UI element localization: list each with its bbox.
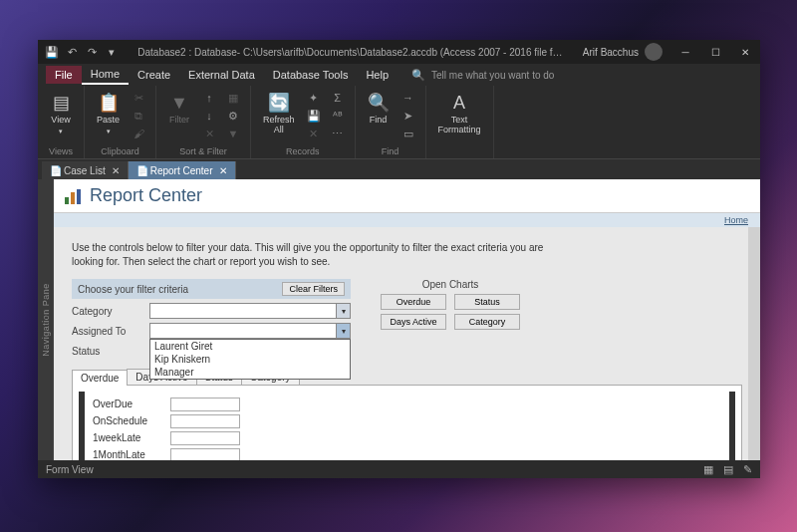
form-view-icon[interactable]: ▦ xyxy=(703,463,713,476)
subform: OverDue OnSchedule 1weekLate 1MonthLate xyxy=(72,386,742,460)
clear-filters-button[interactable]: Clear Filters xyxy=(282,282,345,296)
tab-report-center[interactable]: 📄 Report Center ✕ xyxy=(129,161,236,179)
spelling-icon[interactable]: ᴬᴮ xyxy=(329,108,347,124)
sort-desc-icon[interactable]: ↓ xyxy=(200,108,218,124)
chevron-down-icon[interactable]: ▾ xyxy=(336,324,350,338)
save-record-icon[interactable]: 💾 xyxy=(305,108,323,124)
document-tabs: 📄 Case List ✕ 📄 Report Center ✕ xyxy=(38,159,760,179)
goto-icon[interactable]: ➤ xyxy=(399,108,417,124)
ribbon-group-records: 🔄 Refresh All ✦ 💾 ✕ Σ ᴬᴮ ⋯ Records xyxy=(251,86,356,158)
dropdown-item[interactable]: Kip Kniskern xyxy=(150,353,350,366)
replace-icon[interactable]: → xyxy=(399,90,417,106)
user-avatar[interactable] xyxy=(645,43,663,61)
copy-icon: ⧉ xyxy=(130,108,147,124)
vertical-scrollbar[interactable] xyxy=(748,227,760,460)
text-formatting-button[interactable]: A Text Formatting xyxy=(434,90,485,137)
chevron-down-icon: ▾ xyxy=(59,128,63,135)
format-painter-icon: 🖌 xyxy=(130,126,147,141)
data-label: OnSchedule xyxy=(93,415,162,426)
assigned-to-label: Assigned To xyxy=(72,326,143,337)
undo-icon[interactable]: ↶ xyxy=(66,46,78,58)
category-chart-button[interactable]: Category xyxy=(454,314,520,330)
close-button[interactable]: ✕ xyxy=(730,40,760,64)
menu-home[interactable]: Home xyxy=(82,65,129,85)
paste-button[interactable]: 📋 Paste ▾ xyxy=(93,90,124,137)
category-combobox[interactable]: ▾ xyxy=(149,303,351,319)
window-title: Database2 : Database- C:\Users\arifb\Doc… xyxy=(118,47,583,58)
home-link-row: Home xyxy=(54,213,760,227)
1monthlate-field[interactable] xyxy=(170,448,240,461)
save-icon[interactable]: 💾 xyxy=(46,46,58,58)
layout-view-icon[interactable]: ✎ xyxy=(743,463,752,476)
new-record-icon[interactable]: ✦ xyxy=(305,90,323,106)
days-active-chart-button[interactable]: Days Active xyxy=(381,314,446,330)
selection-icon: ▦ xyxy=(224,90,242,106)
status-label: Status xyxy=(72,346,143,357)
svg-rect-2 xyxy=(77,189,81,204)
menubar: File Home Create External Data Database … xyxy=(38,64,760,86)
assigned-to-dropdown: Laurent Giret Kip Kniskern Manager xyxy=(149,339,351,380)
minimize-button[interactable]: ─ xyxy=(670,40,700,64)
more-icon[interactable]: ⋯ xyxy=(329,126,347,141)
data-label: 1MonthLate xyxy=(93,449,162,460)
dropdown-item[interactable]: Laurent Giret xyxy=(150,340,350,353)
dropdown-item[interactable]: Manager xyxy=(150,366,350,379)
tell-me-placeholder: Tell me what you want to do xyxy=(431,70,554,81)
ribbon-group-views: ▤ View ▾ Views xyxy=(38,86,85,158)
chevron-down-icon: ▾ xyxy=(107,128,111,135)
view-icon: ▤ xyxy=(50,92,72,114)
ribbon-group-clipboard: 📋 Paste ▾ ✂ ⧉ 🖌 Clipboard xyxy=(85,86,156,158)
find-button[interactable]: 🔍 Find xyxy=(364,90,394,128)
close-tab-icon[interactable]: ✕ xyxy=(112,165,120,176)
form-title: Report Center xyxy=(90,185,202,206)
app-window: 💾 ↶ ↷ ▾ Database2 : Database- C:\Users\a… xyxy=(38,40,760,478)
tab-case-list[interactable]: 📄 Case List ✕ xyxy=(42,161,129,179)
form-body: Use the controls below to filter your da… xyxy=(54,227,760,460)
redo-icon[interactable]: ↷ xyxy=(86,46,98,58)
1weeklate-field[interactable] xyxy=(170,431,240,445)
form-icon: 📄 xyxy=(50,165,60,175)
criteria-header: Choose your filter criteria xyxy=(78,284,188,295)
overdue-chart-button[interactable]: Overdue xyxy=(381,294,446,310)
category-label: Category xyxy=(72,306,143,317)
chevron-down-icon[interactable]: ▾ xyxy=(336,304,350,318)
menu-external-data[interactable]: External Data xyxy=(179,66,264,84)
onschedule-field[interactable] xyxy=(170,414,240,428)
filter-icon: ▼ xyxy=(168,92,190,114)
totals-icon[interactable]: Σ xyxy=(329,90,347,106)
refresh-all-button[interactable]: 🔄 Refresh All xyxy=(259,90,299,137)
maximize-button[interactable]: ☐ xyxy=(700,40,730,64)
close-tab-icon[interactable]: ✕ xyxy=(219,165,227,176)
datasheet-view-icon[interactable]: ▤ xyxy=(723,463,733,476)
titlebar: 💾 ↶ ↷ ▾ Database2 : Database- C:\Users\a… xyxy=(38,40,760,64)
home-link[interactable]: Home xyxy=(724,215,748,225)
menu-create[interactable]: Create xyxy=(129,66,179,84)
menu-file[interactable]: File xyxy=(46,66,82,84)
menu-help[interactable]: Help xyxy=(357,66,398,84)
text-formatting-icon: A xyxy=(448,92,470,114)
chart-icon xyxy=(64,187,82,205)
advanced-icon[interactable]: ⚙ xyxy=(224,108,242,124)
status-view-label: Form View xyxy=(46,464,94,475)
navigation-pane-collapsed[interactable]: Navigation Pane xyxy=(38,179,54,460)
qat-customize-icon[interactable]: ▾ xyxy=(106,46,118,58)
form-view: Report Center Home Use the controls belo… xyxy=(54,179,760,460)
tell-me-search[interactable]: 🔍 Tell me what you want to do xyxy=(411,69,554,82)
status-chart-button[interactable]: Status xyxy=(454,294,520,310)
form-icon: 📄 xyxy=(136,165,146,175)
open-charts-title: Open Charts xyxy=(381,279,520,290)
assigned-to-combobox[interactable]: ▾ Laurent Giret Kip Kniskern Manager xyxy=(149,323,351,339)
user-name[interactable]: Arif Bacchus xyxy=(583,47,645,58)
menu-database-tools[interactable]: Database Tools xyxy=(264,66,358,84)
sort-asc-icon[interactable]: ↑ xyxy=(200,90,218,106)
ribbon: ▤ View ▾ Views 📋 Paste ▾ ✂ ⧉ 🖌 xyxy=(38,86,760,159)
intro-text: Use the controls below to filter your da… xyxy=(72,241,570,269)
paste-icon: 📋 xyxy=(98,92,120,114)
overdue-field[interactable] xyxy=(170,398,240,411)
view-button[interactable]: ▤ View ▾ xyxy=(46,90,76,137)
select-icon[interactable]: ▭ xyxy=(399,126,417,141)
remove-sort-icon: ⨯ xyxy=(200,126,218,141)
toggle-filter-icon: ▼ xyxy=(224,126,242,141)
subtab-overdue[interactable]: Overdue xyxy=(72,370,128,386)
filter-button: ▼ Filter xyxy=(164,90,194,128)
